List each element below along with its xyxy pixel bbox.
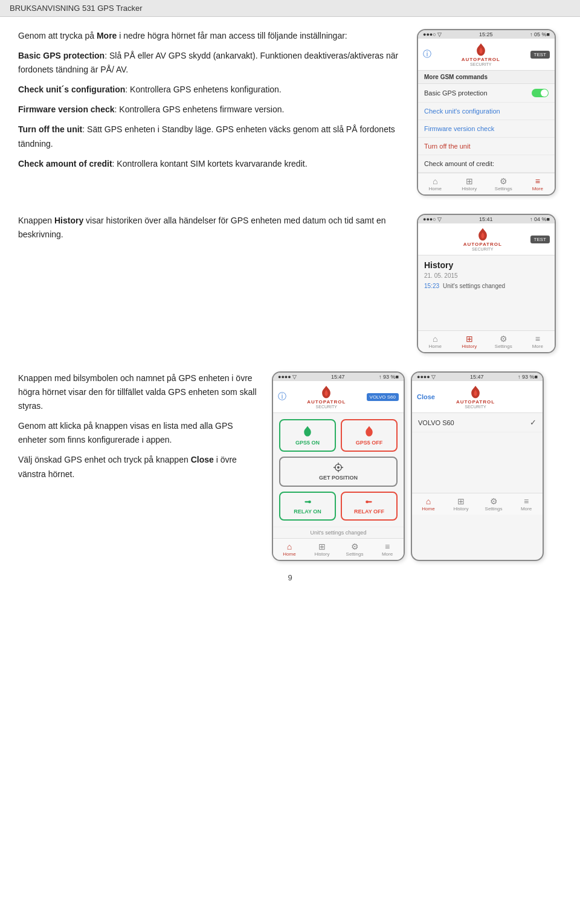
phone-3: ●●●● ▽ 15:47 ↑ 93 %■ ⓘ AUTOPATROL SECURI…: [272, 371, 405, 561]
menu-check-amount-label: Check amount of credit:: [424, 160, 494, 167]
history-event-desc: Unit's settings changed: [443, 283, 505, 289]
gps-off-button[interactable]: GPS5 OFF: [341, 419, 398, 452]
status-bar-1: ●●●○ ▽ 15:25 ↑ 05 %■: [418, 30, 555, 39]
history-event-time: 15:23: [424, 283, 439, 289]
nav-more-4[interactable]: ≡ More: [510, 493, 543, 515]
gps-on-label: GPS5 ON: [295, 440, 320, 446]
page-header: BRUKSANVISNING 531 GPS Tracker: [0, 0, 580, 17]
relay-on-icon: [303, 498, 312, 506]
firmware-text: Firmware version check: Kontrollera GPS …: [18, 103, 405, 117]
svg-point-9: [366, 501, 369, 504]
turn-off-text: Turn off the unit: Sätt GPS enheten i St…: [18, 123, 405, 150]
menu-check-unit[interactable]: Check unit's configuration: [418, 103, 555, 120]
status-bar-2: ●●●○ ▽ 15:41 ↑ 04 %■: [418, 215, 555, 223]
page-title: BRUKSANVISNING 531 GPS Tracker: [10, 4, 143, 13]
close-button[interactable]: Close: [417, 393, 435, 400]
settings-icon-2: ⚙: [488, 334, 520, 344]
settings-icon-3: ⚙: [340, 542, 370, 551]
vehicle-badge-3[interactable]: VOLVO S60: [367, 393, 399, 401]
gps-select-text1: Knappen med bilsymbolen och namnet på GP…: [18, 371, 260, 413]
nav-home-4[interactable]: ⌂ Home: [412, 493, 445, 515]
more-intro: Genom att trycka på More i nedre högra h…: [18, 29, 405, 43]
phone-header-2: AUTOPATROL SECURITY TEST: [418, 223, 555, 255]
section-gps-select: Knappen med bilsymbolen och namnet på GP…: [18, 371, 562, 561]
logo-sub-4: SECURITY: [465, 405, 486, 409]
status-left-3: ●●●● ▽: [278, 374, 297, 380]
gps-select-text2: Genom att klicka på knappen visas en lis…: [18, 419, 260, 447]
nav-settings-label-2: Settings: [495, 344, 512, 349]
status-left-2: ●●●○ ▽: [423, 216, 442, 222]
section3-images: ●●●● ▽ 15:47 ↑ 93 %■ ⓘ AUTOPATROL SECURI…: [272, 371, 562, 561]
phone-1: ●●●○ ▽ 15:25 ↑ 05 %■ ⓘ AUTOPATROL SECURI…: [417, 29, 556, 196]
get-position-button[interactable]: GET POSITION: [279, 457, 398, 487]
nav-settings-2[interactable]: ⚙ Settings: [486, 331, 521, 352]
status-right-3: ↑ 93 %■: [379, 374, 399, 380]
more-icon-2: ≡: [522, 334, 554, 344]
nav-history-3[interactable]: ⊞ History: [306, 539, 338, 560]
get-position-icon: [334, 463, 343, 472]
svg-point-1: [337, 466, 340, 469]
nav-home-label-3: Home: [283, 551, 295, 557]
nav-history-4[interactable]: ⊞ History: [445, 493, 477, 515]
relay-on-label: RELAY ON: [294, 509, 321, 515]
relay-off-button[interactable]: RELAY OFF: [341, 492, 398, 521]
nav-home-1[interactable]: ⌂ Home: [418, 173, 453, 194]
gps-on-shield-icon: [302, 425, 313, 437]
toggle-basic-gps[interactable]: [532, 89, 549, 97]
gps-off-shield-icon: [364, 425, 375, 437]
more-gsm-title: More GSM commands: [418, 71, 555, 84]
get-position-label: GET POSITION: [319, 475, 358, 481]
vehicle-item-volvo[interactable]: VOLVO S60 ✓: [412, 413, 543, 432]
gps-off-label: GPS5 OFF: [356, 440, 383, 446]
info-icon-3: ⓘ: [278, 391, 286, 402]
more-icon-3: ≡: [372, 542, 402, 551]
phone-header-1: ⓘ AUTOPATROL SECURITY TEST: [418, 39, 555, 71]
bottom-nav-2: ⌂ Home ⊞ History ⚙ Settings ≡ More: [418, 330, 555, 352]
relay-on-button[interactable]: RELAY ON: [279, 492, 336, 521]
nav-history-label-3: History: [315, 551, 330, 557]
svg-point-7: [308, 501, 311, 504]
logo-text-1: AUTOPATROL: [462, 57, 500, 62]
autopatrol-logo-icon: [474, 42, 488, 57]
nav-settings-3[interactable]: ⚙ Settings: [338, 539, 371, 560]
nav-more-1[interactable]: ≡ More: [521, 173, 555, 194]
page-number-value: 9: [288, 573, 292, 582]
test-badge-2: TEST: [530, 236, 550, 243]
test-badge-1: TEST: [530, 51, 550, 59]
logo-sub-3: SECURITY: [316, 405, 337, 409]
nav-settings-4[interactable]: ⚙ Settings: [477, 493, 510, 515]
logo-text-2: AUTOPATROL: [463, 242, 502, 247]
gps-select-text3: Välj önskad GPS enhet och tryck på knapp…: [18, 453, 260, 481]
nav-home-3[interactable]: ⌂ Home: [273, 539, 306, 560]
menu-turn-off-label: Turn off the unit: [424, 143, 470, 150]
nav-history-2[interactable]: ⊞ History: [453, 331, 487, 352]
nav-settings-label-1: Settings: [495, 186, 512, 191]
gps-on-button[interactable]: GPS5 ON: [279, 419, 336, 452]
menu-turn-off[interactable]: Turn off the unit: [418, 138, 555, 155]
vehicle-name-volvo: VOLVO S60: [418, 419, 454, 426]
section2-text: Knappen History visar historiken över al…: [18, 214, 405, 353]
nav-home-2[interactable]: ⌂ Home: [418, 331, 453, 352]
vehicle-checkmark: ✓: [530, 418, 536, 427]
section1-text: Genom att trycka på More i nedre högra h…: [18, 29, 405, 196]
nav-more-2[interactable]: ≡ More: [521, 331, 555, 352]
nav-more-label-4: More: [521, 506, 532, 512]
logo-area-4: AUTOPATROL SECURITY: [456, 385, 495, 409]
menu-check-amount[interactable]: Check amount of credit:: [418, 155, 555, 173]
more-icon-4: ≡: [511, 496, 541, 506]
menu-basic-gps[interactable]: Basic GPS protection: [418, 84, 555, 103]
menu-firmware[interactable]: Firmware version check: [418, 120, 555, 138]
nav-settings-1[interactable]: ⚙ Settings: [486, 173, 521, 194]
status-left-4: ●●●● ▽: [417, 374, 436, 380]
history-content: History 21. 05. 2015 15:23 Unit's settin…: [418, 255, 555, 294]
section-more-menu: Genom att trycka på More i nedre högra h…: [18, 29, 562, 196]
relay-off-icon: [365, 498, 373, 506]
status-time-3: 15:47: [331, 374, 345, 380]
logo-area-3: AUTOPATROL SECURITY: [307, 385, 346, 409]
history-icon-3: ⊞: [307, 542, 337, 551]
nav-more-3[interactable]: ≡ More: [371, 539, 404, 560]
logo-area-1: AUTOPATROL SECURITY: [462, 42, 500, 66]
nav-history-1[interactable]: ⊞ History: [453, 173, 487, 194]
status-time-1: 15:25: [479, 31, 493, 37]
status-right-4: ↑ 93 %■: [518, 374, 538, 380]
